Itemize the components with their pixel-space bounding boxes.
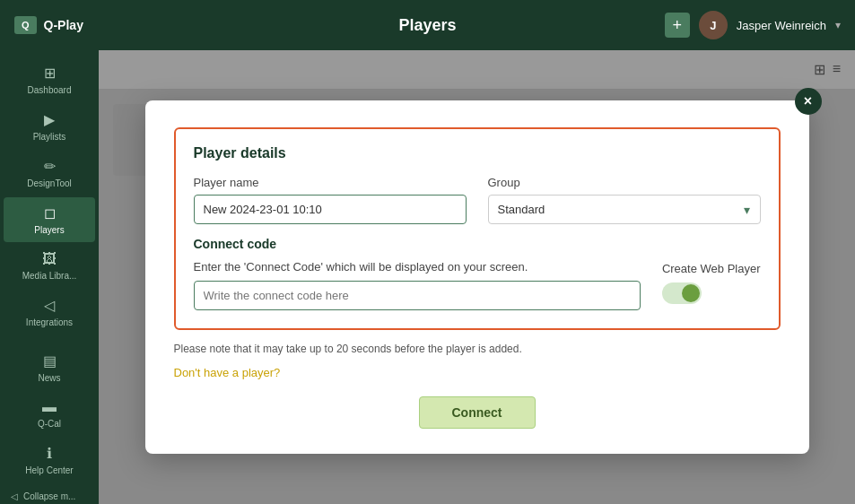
group-label: Group [488,176,761,189]
sidebar-label-integrations: Integrations [26,317,73,327]
player-details-section: Player details Player name Group [174,127,781,330]
sidebar-item-integrations[interactable]: ◁ Integrations [4,290,95,335]
modal-dialog: × Player details Player name G [145,100,809,454]
connect-code-row: Enter the 'Connect Code' which will be d… [194,260,761,310]
content-area: ⊞ ≡ × Player de [99,50,855,504]
sidebar-item-qcal[interactable]: ▬ Q-Cal [4,392,95,436]
dont-have-player-link[interactable]: Don't have a player? [174,366,281,379]
note-text: Please note that it may take up to 20 se… [174,343,781,355]
connect-code-right: Create Web Player [662,260,761,304]
news-icon: ▤ [43,352,57,369]
sidebar: ⊞ Dashboard ▶ Playlists ✏ DesignTool ◻ P… [0,50,99,504]
avatar: J [699,11,728,39]
modal-close-button[interactable]: × [795,88,822,115]
sidebar-item-news[interactable]: ▤ News [4,345,95,390]
player-details-form-row: Player name Group Standard Group A Group [194,176,761,224]
sidebar-label-playlists: Playlists [33,132,66,142]
connect-code-left: Enter the 'Connect Code' which will be d… [194,260,641,310]
sidebar-collapse[interactable]: ◁ Collapse m... [0,484,99,504]
sidebar-label-media-lib: Media Libra... [22,271,77,281]
sidebar-label-help-center: Help Center [25,465,73,475]
page-title: Players [398,16,456,35]
group-select[interactable]: Standard Group A Group B [488,195,761,224]
sidebar-label-news: News [38,373,60,383]
main-area: ⊞ Dashboard ▶ Playlists ✏ DesignTool ◻ P… [0,50,855,504]
modal-footer: Connect [174,396,781,429]
designtool-icon: ✏ [44,158,56,175]
toggle-thumb [682,284,700,302]
player-name-input[interactable] [194,195,467,224]
player-name-label: Player name [194,176,467,189]
sidebar-label-dashboard: Dashboard [28,85,72,95]
logo-box: Q [14,16,37,34]
sidebar-label-players: Players [34,225,64,235]
connect-code-input[interactable] [194,281,641,310]
sidebar-item-dashboard[interactable]: ⊞ Dashboard [4,57,95,102]
sidebar-item-media-lib[interactable]: 🖼 Media Libra... [4,244,95,288]
collapse-icon: ◁ [11,491,18,501]
sidebar-item-playlists[interactable]: ▶ Playlists [4,104,95,149]
media-lib-icon: 🖼 [42,251,57,267]
sidebar-label-qcal: Q-Cal [38,419,61,429]
group-select-wrapper: Standard Group A Group B [488,195,761,224]
connect-code-label: Enter the 'Connect Code' which will be d… [194,260,641,274]
create-web-player-label: Create Web Player [662,262,761,275]
player-details-title: Player details [194,145,761,161]
sidebar-label-designtool: DesignTool [27,178,71,188]
user-menu-chevron[interactable]: ▾ [835,19,841,31]
dashboard-icon: ⊞ [44,65,56,82]
qcal-icon: ▬ [42,399,57,415]
sidebar-item-designtool[interactable]: ✏ DesignTool [4,151,95,196]
add-button[interactable]: + [665,13,690,38]
connect-code-title: Connect code [194,237,761,251]
user-name: Jasper Weinreich [737,19,826,32]
help-icon: ℹ [47,445,52,462]
sidebar-item-players[interactable]: ◻ Players [4,197,95,242]
sidebar-item-help-center[interactable]: ℹ Help Center [4,438,95,482]
sidebar-bottom: ◁ Collapse m... [0,484,99,504]
connect-button[interactable]: Connect [419,396,536,429]
group-group: Group Standard Group A Group B [488,176,761,224]
modal-overlay: × Player details Player name G [99,50,855,504]
playlists-icon: ▶ [44,111,55,128]
players-icon: ◻ [44,204,56,222]
app-name: Q-Play [44,18,83,32]
logo-area: Q Q-Play [14,16,83,34]
create-web-player-toggle[interactable] [662,282,702,304]
header-actions: + J Jasper Weinreich ▾ [665,11,841,39]
collapse-label: Collapse m... [23,491,75,501]
integrations-icon: ◁ [44,297,55,314]
top-header: Q Q-Play Players + J Jasper Weinreich ▾ [0,0,855,50]
player-name-group: Player name [194,176,467,224]
